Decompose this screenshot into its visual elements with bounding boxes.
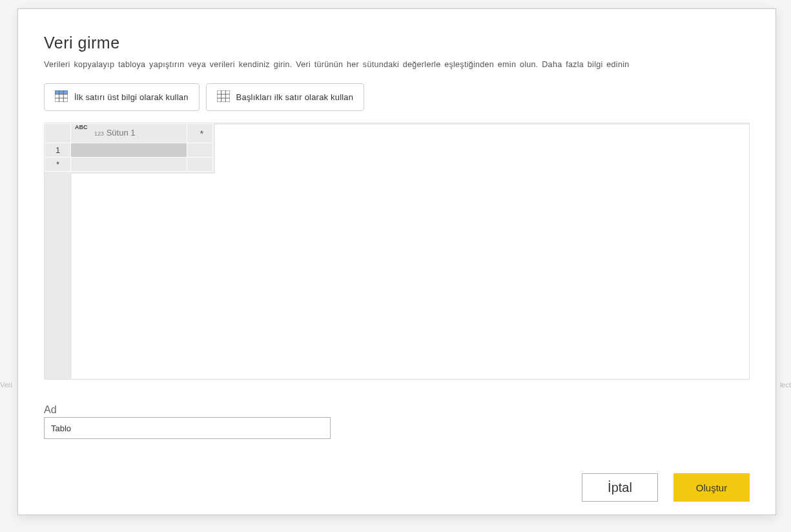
cell-new-row-trailing[interactable] bbox=[187, 158, 213, 172]
column-type-abc-label: ABC bbox=[75, 125, 88, 130]
table-name-input[interactable] bbox=[44, 417, 331, 439]
data-entry-grid[interactable]: ABC 123 Sütun 1 * 1 * bbox=[44, 123, 750, 380]
use-first-row-as-headers-label: İlk satırı üst bilgi olarak kullan bbox=[74, 92, 189, 102]
toolbar: İlk satırı üst bilgi olarak kullan Başlı… bbox=[44, 83, 750, 111]
use-first-row-as-headers-button[interactable]: İlk satırı üst bilgi olarak kullan bbox=[44, 83, 200, 111]
cell-new-row[interactable] bbox=[71, 158, 187, 172]
dialog-description: Verileri kopyalayıp tabloya yapıştırın v… bbox=[44, 60, 750, 69]
background-fragment-right: lect bbox=[780, 381, 791, 389]
table-header-icon bbox=[55, 90, 68, 104]
enter-data-dialog: Veri girme Verileri kopyalayıp tabloya y… bbox=[17, 8, 776, 515]
row-header-1[interactable]: 1 bbox=[45, 143, 71, 158]
svg-rect-6 bbox=[217, 90, 230, 102]
use-headers-as-first-row-label: Başlıkları ilk satır olarak kullan bbox=[236, 92, 354, 102]
add-row-header[interactable]: * bbox=[45, 158, 71, 172]
dialog-description-text: Verileri kopyalayıp tabloya yapıştırın v… bbox=[44, 60, 539, 69]
use-headers-as-first-row-button[interactable]: Başlıkları ilk satır olarak kullan bbox=[206, 83, 365, 111]
cell-r1-c1[interactable] bbox=[71, 143, 187, 158]
grid-corner-cell[interactable] bbox=[45, 124, 71, 143]
cell-r1-trailing[interactable] bbox=[187, 143, 213, 158]
add-column-header[interactable]: * bbox=[187, 124, 213, 143]
name-label: Ad bbox=[44, 404, 750, 416]
column-header-1[interactable]: ABC 123 Sütun 1 bbox=[71, 124, 187, 143]
svg-rect-0 bbox=[55, 90, 68, 94]
grid-right-whitespace bbox=[215, 125, 749, 174]
background-fragment-left: Veri bbox=[0, 381, 12, 389]
name-section: Ad bbox=[44, 404, 750, 439]
table-grid-icon bbox=[217, 90, 230, 104]
dialog-title: Veri girme bbox=[44, 34, 750, 52]
cancel-button[interactable]: İptal bbox=[582, 473, 658, 502]
grid-body-whitespace bbox=[72, 174, 749, 379]
dialog-footer: İptal Oluştur bbox=[18, 460, 776, 515]
create-button[interactable]: Oluştur bbox=[673, 473, 750, 502]
learn-more-link[interactable]: Daha fazla bilgi edinin bbox=[542, 60, 629, 69]
